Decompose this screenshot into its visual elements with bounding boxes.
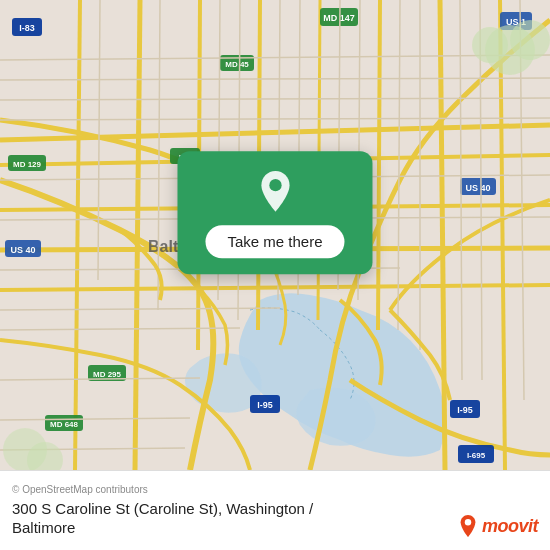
svg-text:US 40: US 40 — [10, 245, 35, 255]
svg-point-68 — [472, 27, 508, 63]
svg-text:I-95: I-95 — [457, 405, 473, 415]
svg-point-72 — [465, 519, 471, 525]
svg-text:MD 295: MD 295 — [93, 370, 122, 379]
svg-text:US 40: US 40 — [465, 183, 490, 193]
svg-text:MD 129: MD 129 — [13, 160, 42, 169]
location-line1: 300 S Caroline St (Caroline St), Washing… — [12, 500, 313, 517]
svg-text:I-83: I-83 — [19, 23, 35, 33]
osm-attribution-text: © OpenStreetMap contributors — [12, 484, 148, 495]
popup-card: Take me there — [177, 151, 372, 274]
moovit-pin-icon — [458, 514, 478, 538]
svg-text:MD 648: MD 648 — [50, 420, 79, 429]
svg-text:I-95: I-95 — [257, 400, 273, 410]
moovit-logo-text: moovit — [482, 516, 538, 537]
map-pin-icon — [253, 169, 297, 217]
svg-point-71 — [269, 179, 281, 191]
svg-text:MD 45: MD 45 — [225, 60, 249, 69]
svg-line-11 — [378, 0, 380, 330]
location-line2: Baltimore — [12, 519, 75, 536]
map-container: I-83 US 1 MD 147 MD 45 MD 129 MD US 40 U… — [0, 0, 550, 470]
svg-point-67 — [510, 20, 550, 60]
take-me-there-button[interactable]: Take me there — [205, 225, 344, 258]
bottom-bar: © OpenStreetMap contributors 300 S Carol… — [0, 470, 550, 550]
svg-text:MD 147: MD 147 — [323, 13, 355, 23]
osm-attribution: © OpenStreetMap contributors — [12, 484, 538, 495]
moovit-logo: moovit — [458, 514, 538, 538]
svg-text:I-695: I-695 — [467, 451, 486, 460]
svg-text:Balt: Balt — [148, 238, 179, 255]
